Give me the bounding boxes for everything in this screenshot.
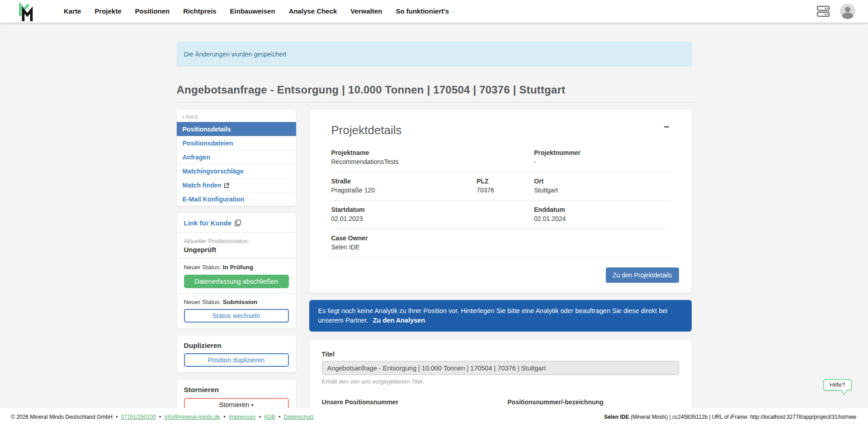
switch-status-button[interactable]: Status wechseln [184, 309, 289, 323]
footer: © 2026 Mineral Minds Deutschland GmbH • … [0, 408, 868, 426]
project-row: ProjektnameRecommendationsTests Projektn… [331, 148, 670, 172]
project-details-title: Projektdetails [331, 123, 402, 137]
new-status-2-label: Neuer Status: [184, 299, 223, 305]
footer-right: Selen IDE (Mineral Minds) | cc245835112b… [604, 414, 856, 420]
project-row: Startdatum02.01.2023 Enddatum02.01.2024 [331, 201, 670, 229]
nav-item-analyse-check[interactable]: Analyse Check [289, 7, 337, 15]
duplicate-title: Duplizieren [184, 342, 289, 350]
field-value: - [534, 157, 669, 166]
field-label: PLZ [476, 177, 534, 186]
our-position-number-label: Unsere Positionsnummer [322, 398, 493, 406]
field-value: RecommendationsTests [331, 157, 477, 166]
current-status-value: Ungeprüft [184, 246, 289, 253]
duplicate-position-button[interactable]: Position duplizieren [184, 353, 289, 367]
help-button[interactable]: Hilfe? [823, 379, 852, 391]
divider [177, 258, 296, 259]
footer-user: Selen IDE [604, 414, 629, 420]
new-status-1-label: Neuer Status: [184, 264, 223, 271]
titel-label: Titel [322, 351, 679, 358]
cancel-button-label: Stornieren [219, 401, 250, 408]
caret-down-icon: ▾ [251, 403, 253, 407]
field-label: Enddatum [534, 205, 669, 214]
new-status-1: Neuer Status: In Prüfung [184, 264, 289, 271]
complete-data-entry-button[interactable]: Datenerfassung abschließen [184, 275, 289, 288]
nav-item-positionen[interactable]: Positionen [135, 7, 170, 15]
go-to-project-details-button[interactable]: Zu den Projektdetails [606, 267, 679, 283]
copy-icon [235, 220, 241, 226]
title-divider [177, 102, 692, 103]
customer-link-card: Link für Kunde Aktueller Positionsstatus… [177, 213, 296, 328]
cancel-title: Stornieren [184, 386, 289, 394]
footer-separator: • [159, 414, 161, 420]
footer-separator: • [278, 414, 280, 420]
field-value: Pragstraße 120 [331, 186, 477, 195]
nav-item-richtpreis[interactable]: Richtpreis [183, 7, 216, 15]
footer-impressum-link[interactable]: Impressum [229, 414, 255, 420]
field-value: Stuttgart [534, 186, 669, 195]
go-to-analyses-link[interactable]: Zu den Analysen [373, 317, 425, 324]
footer-left: © 2026 Mineral Minds Deutschland GmbH • … [11, 414, 314, 420]
page-title: Angebotsanfrage - Entsorgung | 10.000 To… [177, 84, 692, 96]
field-label: Straße [331, 177, 477, 186]
field-label: Projektname [331, 148, 477, 157]
titel-input [322, 361, 679, 375]
footer-copyright: © 2026 Mineral Minds Deutschland GmbH [11, 414, 113, 420]
top-navigation: Karte Projekte Positionen Richtpreis Ein… [0, 0, 868, 23]
field-value: 70376 [476, 186, 534, 195]
sidebar-item-positionsdateien[interactable]: Positionsdateien [177, 136, 296, 150]
collapse-icon[interactable]: – [664, 123, 669, 130]
mineral-minds-logo-icon[interactable] [18, 3, 35, 22]
main-menu: Karte Projekte Positionen Richtpreis Ein… [64, 7, 449, 15]
footer-agb-link[interactable]: AGB [264, 414, 275, 420]
new-status-1-value: In Prüfung [223, 264, 254, 271]
sidebar-item-anfragen[interactable]: Anfragen [177, 150, 296, 164]
footer-separator: • [116, 414, 118, 420]
sidebar-item-label: Match finden [183, 182, 222, 189]
sidebar-item-match-finden[interactable]: Match finden [177, 178, 296, 192]
nav-item-projekte[interactable]: Projekte [94, 7, 121, 15]
saved-alert: Die Änderungen wurden gespeichert [177, 42, 692, 66]
field-value: Selen IDE [331, 243, 477, 252]
divider [177, 232, 296, 233]
links-card: LINKS Positionsdetails Positionsdateien … [177, 110, 296, 206]
sidebar-item-positionsdetails[interactable]: Positionsdetails [177, 122, 296, 136]
position-form-card: Titel Erhält den von uns vorgegebenen Ti… [309, 340, 692, 408]
footer-email-link[interactable]: info@mineral-minds.de [164, 414, 220, 420]
footer-separator: • [259, 414, 261, 420]
field-label: Startdatum [331, 205, 477, 214]
footer-phone-link[interactable]: 07151/250100 [121, 414, 156, 420]
analytics-banner: Es liegt noch keine Analytik zu Ihrer Po… [309, 300, 692, 332]
nav-item-verwalten[interactable]: Verwalten [350, 7, 382, 15]
footer-session-info: (Mineral Minds) | cc245835112b | URL of … [629, 414, 857, 420]
new-status-2: Neuer Status: Submission [184, 299, 289, 305]
project-row: StraßePragstraße 120 PLZ70376 OrtStuttga… [331, 172, 670, 201]
cancel-card: Stornieren Stornieren▾ [177, 380, 296, 408]
server-icon[interactable] [816, 5, 830, 18]
sidebar-item-email-konfiguration[interactable]: E-Mail Konfiguration [177, 192, 296, 206]
field-label: Projektnummer [534, 148, 669, 157]
divider [177, 293, 296, 294]
new-status-2-value: Submission [223, 299, 258, 305]
nav-item-einbauweisen[interactable]: Einbauweisen [230, 7, 275, 15]
user-avatar-icon[interactable] [840, 4, 855, 19]
field-label: Ort [534, 177, 669, 186]
customer-link[interactable]: Link für Kunde [184, 219, 241, 227]
cancel-dropdown-button[interactable]: Stornieren▾ [184, 398, 289, 408]
customer-link-label: Link für Kunde [184, 219, 232, 227]
nav-item-karte[interactable]: Karte [64, 7, 81, 15]
external-link-icon [224, 183, 230, 188]
footer-datenschutz-link[interactable]: Datenschutz [284, 414, 314, 420]
analytics-banner-text: Es liegt noch keine Analytik zu Ihrer Po… [318, 307, 668, 324]
project-details-card: Projektdetails – ProjektnameRecommendati… [309, 110, 692, 293]
position-number-label: Positionsnummer/-bezeichnung [508, 398, 679, 406]
field-value: 02.01.2023 [331, 214, 477, 223]
footer-separator: • [223, 414, 225, 420]
sidebar-item-matchingvorschlaege[interactable]: Matchingvorschläge [177, 164, 296, 178]
current-status-label: Aktueller Positionsstatus: [184, 238, 289, 244]
links-header: LINKS [177, 110, 296, 122]
field-label: Case Owner [331, 234, 477, 243]
duplicate-card: Duplizieren Position duplizieren [177, 336, 296, 373]
nav-item-so-funktionierts[interactable]: So funktioniert's [396, 7, 449, 15]
page-content: Die Änderungen wurden gespeichert Angebo… [0, 23, 868, 408]
titel-help: Erhält den von uns vorgegebenen Titel. [322, 378, 679, 385]
